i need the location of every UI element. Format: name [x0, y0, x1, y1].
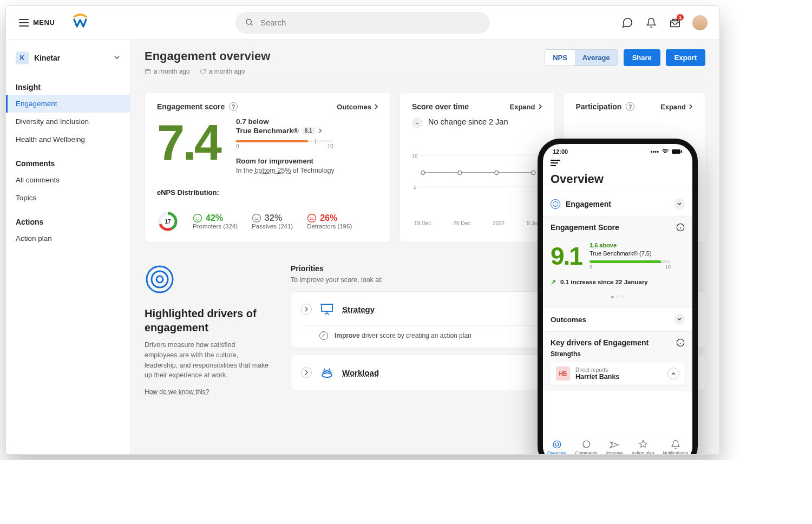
phone-score-title: Engagement Score — [551, 223, 619, 232]
brand-logo[interactable] — [72, 14, 88, 32]
phone-engagement-selector[interactable]: Engagement — [543, 192, 692, 216]
phone-tab-action-plan[interactable]: Action plan — [631, 440, 654, 455]
slider-max: 10 — [328, 143, 333, 149]
phone-key-drivers-title: Key drivers of Engagement — [551, 338, 649, 347]
change-text: No change since 2 Jan — [428, 117, 508, 126]
share-button[interactable]: Share — [624, 49, 660, 66]
phone-tab-overview[interactable]: Overview — [547, 440, 566, 455]
hamburger-icon — [19, 19, 29, 27]
svg-point-43 — [553, 441, 561, 448]
info-icon[interactable] — [676, 338, 685, 347]
info-icon[interactable] — [676, 223, 685, 232]
org-selector[interactable]: K Kinetar — [6, 46, 130, 74]
expand-chevron-icon[interactable] — [301, 304, 312, 315]
svg-text:17: 17 — [165, 219, 171, 225]
inbox-icon[interactable]: 1 — [669, 16, 682, 29]
detractors-sub: Detractors (196) — [307, 223, 352, 230]
svg-point-10 — [199, 217, 200, 218]
svg-line-1 — [251, 23, 252, 25]
refresh-icon — [200, 68, 206, 75]
target-icon — [145, 264, 269, 297]
nav-heading-comments: Comments — [6, 156, 130, 171]
user-avatar[interactable] — [692, 15, 708, 30]
person-name: Harriet Banks — [575, 373, 662, 381]
nav-item-action-plan[interactable]: Action plan — [6, 230, 130, 247]
svg-point-11 — [253, 214, 261, 222]
benchmark-value: 8.1 — [302, 127, 315, 134]
engagement-score-value: 7.4 — [157, 117, 220, 167]
phone-outcomes-row[interactable]: Outcomes — [543, 307, 692, 331]
participation-title: Participation — [576, 102, 622, 111]
smile-icon — [193, 213, 202, 223]
x-label-0: 19 Dec — [414, 220, 431, 226]
engagement-card-title: Engagement score — [157, 102, 225, 111]
phone-tab-comments[interactable]: Comments — [575, 440, 598, 455]
nav-item-engagement[interactable]: Engagement — [6, 95, 130, 113]
phone-score-value: 9.1 — [551, 241, 582, 271]
phone-tab-notifications[interactable]: Notifications — [663, 440, 688, 455]
phone-increase-text: 0.1 increase since 22 January — [560, 279, 648, 285]
seg-average[interactable]: Average — [575, 50, 618, 66]
phone-menu-icon[interactable] — [551, 159, 561, 167]
x-label-2: 2022 — [493, 220, 505, 226]
highlighted-title: Highlighted drivers of engagement — [145, 306, 269, 335]
score-over-time-title: Score over time — [412, 102, 469, 111]
nav-item-all-comments[interactable]: All comments — [6, 171, 130, 189]
slider-min: 0 — [236, 143, 239, 149]
person-role: Direct reports — [575, 367, 662, 373]
svg-point-27 — [152, 271, 168, 287]
svg-point-25 — [532, 171, 535, 175]
phone-bench-diff: 1.6 above — [590, 241, 671, 249]
chevron-down-icon — [674, 199, 685, 209]
engagement-circle-icon — [551, 199, 560, 209]
priority-name: Strategy — [342, 305, 375, 314]
menu-button[interactable]: MENU — [12, 14, 61, 31]
inbox-badge: 1 — [677, 14, 684, 21]
export-button[interactable]: Export — [666, 49, 705, 66]
presentation-icon — [319, 303, 335, 316]
nav-item-topics[interactable]: Topics — [6, 189, 130, 207]
outcomes-link[interactable]: Outcomes — [337, 103, 378, 111]
search-input[interactable] — [235, 12, 490, 34]
menu-label: MENU — [33, 18, 55, 27]
improve-icon — [610, 440, 619, 449]
org-name: Kinetar — [34, 54, 60, 62]
search-field[interactable] — [260, 18, 480, 27]
enps-donut-icon: 17 — [157, 211, 179, 232]
bell-icon[interactable] — [645, 16, 658, 29]
phone-tab-improve[interactable]: Improve — [606, 440, 623, 455]
svg-point-16 — [310, 217, 311, 218]
chevron-right-icon[interactable] — [318, 128, 322, 133]
score-type-segment: NPS Average — [545, 49, 618, 66]
nav-item-diversity[interactable]: Diversity and Inclusion — [6, 113, 130, 130]
svg-text:10: 10 — [412, 153, 417, 159]
seg-nps[interactable]: NPS — [545, 50, 575, 66]
expand-chevron-icon[interactable] — [301, 367, 312, 378]
phone-time: 12:00 — [553, 148, 568, 155]
expand-participation-link[interactable]: Expand — [660, 103, 693, 111]
room-title: Room for improvement — [236, 157, 335, 165]
chat-icon[interactable] — [621, 16, 634, 29]
benchmark-slider — [236, 140, 333, 142]
help-icon[interactable]: ? — [229, 102, 238, 111]
person-avatar: HB — [556, 366, 570, 381]
org-badge: K — [16, 51, 29, 64]
help-icon[interactable]: ? — [626, 102, 634, 111]
wifi-icon — [662, 149, 669, 154]
phone-person-card[interactable]: HB Direct reports Harriet Banks — [551, 362, 685, 385]
nav-item-health[interactable]: Health and Wellbeing — [6, 130, 130, 148]
pagination-dots[interactable]: ● ○ ○ — [551, 293, 685, 300]
expand-score-link[interactable]: Expand — [510, 103, 542, 111]
chevron-up-icon — [667, 368, 679, 379]
comments-icon — [581, 440, 591, 449]
promoters-pct: 42% — [206, 213, 223, 223]
svg-rect-29 — [322, 304, 332, 311]
frown-icon — [307, 213, 317, 223]
svg-point-8 — [194, 214, 202, 222]
chevron-down-icon — [674, 314, 685, 325]
neutral-icon — [252, 213, 261, 223]
page-title: Engagement overview — [145, 49, 270, 63]
x-label-1: 26 Dec — [453, 220, 470, 226]
how-do-we-know-link[interactable]: How do we know this? — [145, 388, 269, 396]
svg-rect-2 — [671, 21, 680, 27]
